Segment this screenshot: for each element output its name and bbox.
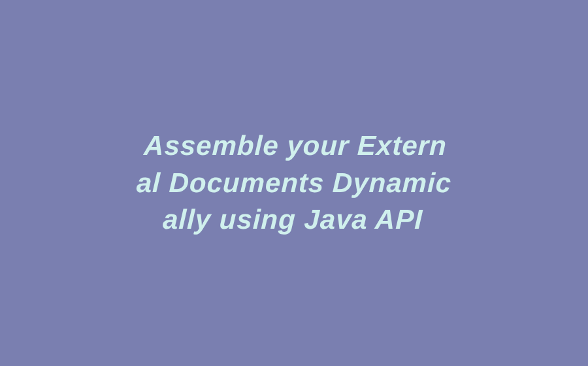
banner-line-3: ally using Java API <box>135 201 451 239</box>
banner-line-2: al Documents Dynamic <box>136 165 452 202</box>
banner-text: Assemble your Extern al Documents Dynami… <box>95 127 493 239</box>
banner-line-1: Assemble your Extern <box>137 127 453 165</box>
